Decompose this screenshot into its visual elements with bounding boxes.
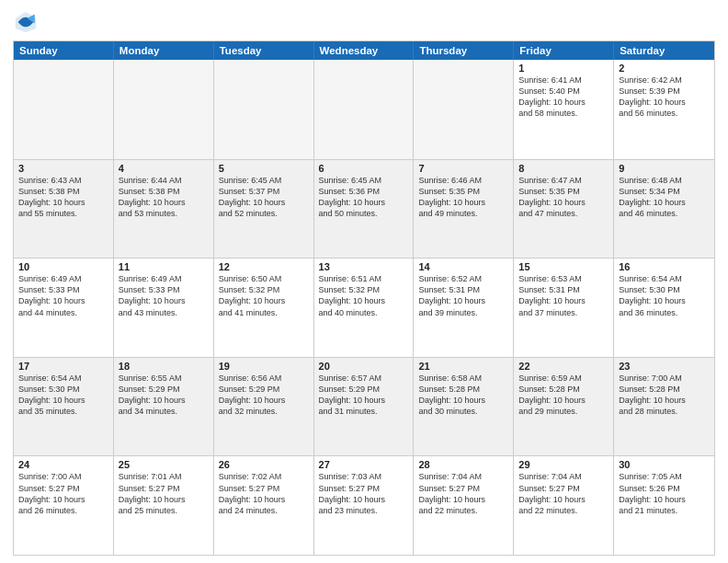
calendar-cell	[114, 60, 214, 159]
calendar-cell: 28Sunrise: 7:04 AM Sunset: 5:27 PM Dayli…	[414, 456, 514, 555]
day-number: 10	[18, 261, 108, 272]
calendar-cell: 19Sunrise: 6:56 AM Sunset: 5:29 PM Dayli…	[214, 358, 314, 456]
calendar-cell: 16Sunrise: 6:54 AM Sunset: 5:30 PM Dayli…	[614, 259, 714, 357]
day-detail: Sunrise: 7:00 AM Sunset: 5:27 PM Dayligh…	[18, 471, 108, 516]
day-detail: Sunrise: 6:53 AM Sunset: 5:31 PM Dayligh…	[518, 273, 609, 318]
day-number: 29	[518, 459, 609, 470]
header	[13, 9, 715, 35]
day-detail: Sunrise: 6:52 AM Sunset: 5:31 PM Dayligh…	[418, 273, 508, 318]
calendar-cell: 30Sunrise: 7:05 AM Sunset: 5:26 PM Dayli…	[614, 456, 714, 555]
day-number: 18	[119, 361, 209, 372]
day-number: 30	[619, 459, 710, 470]
calendar-row-0: 1Sunrise: 6:41 AM Sunset: 5:40 PM Daylig…	[14, 60, 714, 159]
day-detail: Sunrise: 6:48 AM Sunset: 5:34 PM Dayligh…	[619, 175, 710, 220]
day-detail: Sunrise: 7:04 AM Sunset: 5:27 PM Dayligh…	[418, 471, 508, 516]
day-detail: Sunrise: 6:59 AM Sunset: 5:28 PM Dayligh…	[518, 373, 609, 418]
day-detail: Sunrise: 7:04 AM Sunset: 5:27 PM Dayligh…	[518, 471, 609, 516]
day-number: 1	[518, 63, 609, 74]
day-detail: Sunrise: 6:41 AM Sunset: 5:40 PM Dayligh…	[518, 75, 609, 120]
day-number: 26	[219, 459, 309, 470]
calendar-row-3: 17Sunrise: 6:54 AM Sunset: 5:30 PM Dayli…	[14, 357, 714, 456]
calendar-cell: 26Sunrise: 7:02 AM Sunset: 5:27 PM Dayli…	[214, 456, 314, 555]
day-detail: Sunrise: 6:58 AM Sunset: 5:28 PM Dayligh…	[418, 373, 508, 418]
calendar-cell: 9Sunrise: 6:48 AM Sunset: 5:34 PM Daylig…	[614, 160, 714, 259]
day-number: 4	[119, 163, 209, 174]
day-number: 9	[619, 163, 710, 174]
day-number: 22	[518, 361, 609, 372]
day-number: 2	[619, 63, 710, 74]
weekday-header-friday: Friday	[514, 41, 614, 60]
day-number: 8	[518, 163, 609, 174]
calendar-row-1: 3Sunrise: 6:43 AM Sunset: 5:38 PM Daylig…	[14, 159, 714, 259]
calendar-cell: 10Sunrise: 6:49 AM Sunset: 5:33 PM Dayli…	[14, 259, 114, 357]
generalblue-logo-icon	[13, 9, 39, 35]
calendar-cell: 4Sunrise: 6:44 AM Sunset: 5:38 PM Daylig…	[114, 160, 214, 259]
day-detail: Sunrise: 6:54 AM Sunset: 5:30 PM Dayligh…	[619, 273, 710, 318]
weekday-header-wednesday: Wednesday	[314, 41, 415, 60]
day-number: 23	[619, 361, 710, 372]
day-number: 5	[219, 163, 309, 174]
day-number: 19	[219, 361, 309, 372]
day-number: 21	[418, 361, 508, 372]
day-number: 28	[418, 459, 508, 470]
calendar-cell: 1Sunrise: 6:41 AM Sunset: 5:40 PM Daylig…	[514, 60, 614, 159]
day-detail: Sunrise: 6:50 AM Sunset: 5:32 PM Dayligh…	[219, 273, 309, 318]
day-detail: Sunrise: 6:44 AM Sunset: 5:38 PM Dayligh…	[119, 175, 209, 220]
calendar-cell	[314, 60, 415, 159]
calendar-cell: 7Sunrise: 6:46 AM Sunset: 5:35 PM Daylig…	[414, 160, 514, 259]
calendar-row-2: 10Sunrise: 6:49 AM Sunset: 5:33 PM Dayli…	[14, 258, 714, 357]
calendar-cell: 24Sunrise: 7:00 AM Sunset: 5:27 PM Dayli…	[14, 456, 114, 555]
calendar-cell: 12Sunrise: 6:50 AM Sunset: 5:32 PM Dayli…	[214, 259, 314, 357]
calendar-cell	[214, 60, 314, 159]
day-number: 25	[119, 459, 209, 470]
day-detail: Sunrise: 7:03 AM Sunset: 5:27 PM Dayligh…	[319, 471, 409, 516]
day-detail: Sunrise: 6:42 AM Sunset: 5:39 PM Dayligh…	[619, 75, 710, 120]
day-detail: Sunrise: 6:49 AM Sunset: 5:33 PM Dayligh…	[18, 273, 108, 318]
day-number: 27	[319, 459, 409, 470]
calendar-cell: 8Sunrise: 6:47 AM Sunset: 5:35 PM Daylig…	[514, 160, 614, 259]
day-detail: Sunrise: 6:43 AM Sunset: 5:38 PM Dayligh…	[18, 175, 108, 220]
calendar: SundayMondayTuesdayWednesdayThursdayFrid…	[13, 40, 715, 556]
weekday-header-sunday: Sunday	[14, 41, 114, 60]
day-detail: Sunrise: 7:05 AM Sunset: 5:26 PM Dayligh…	[619, 471, 710, 516]
weekday-header-saturday: Saturday	[614, 41, 714, 60]
day-number: 12	[219, 261, 309, 272]
calendar-cell: 18Sunrise: 6:55 AM Sunset: 5:29 PM Dayli…	[114, 358, 214, 456]
calendar-cell: 14Sunrise: 6:52 AM Sunset: 5:31 PM Dayli…	[414, 259, 514, 357]
calendar-cell: 6Sunrise: 6:45 AM Sunset: 5:36 PM Daylig…	[314, 160, 415, 259]
day-number: 17	[18, 361, 108, 372]
calendar-cell: 5Sunrise: 6:45 AM Sunset: 5:37 PM Daylig…	[214, 160, 314, 259]
calendar-cell	[14, 60, 114, 159]
page: SundayMondayTuesdayWednesdayThursdayFrid…	[0, 0, 728, 563]
day-detail: Sunrise: 6:45 AM Sunset: 5:36 PM Dayligh…	[319, 175, 409, 220]
day-number: 7	[418, 163, 508, 174]
calendar-body: 1Sunrise: 6:41 AM Sunset: 5:40 PM Daylig…	[14, 60, 714, 555]
calendar-cell: 15Sunrise: 6:53 AM Sunset: 5:31 PM Dayli…	[514, 259, 614, 357]
calendar-cell: 23Sunrise: 7:00 AM Sunset: 5:28 PM Dayli…	[614, 358, 714, 456]
calendar-cell: 27Sunrise: 7:03 AM Sunset: 5:27 PM Dayli…	[314, 456, 415, 555]
weekday-header-monday: Monday	[114, 41, 214, 60]
day-number: 14	[418, 261, 508, 272]
day-detail: Sunrise: 7:01 AM Sunset: 5:27 PM Dayligh…	[119, 471, 209, 516]
calendar-cell: 3Sunrise: 6:43 AM Sunset: 5:38 PM Daylig…	[14, 160, 114, 259]
day-number: 13	[319, 261, 409, 272]
day-number: 6	[319, 163, 409, 174]
logo	[13, 9, 42, 35]
calendar-cell: 17Sunrise: 6:54 AM Sunset: 5:30 PM Dayli…	[14, 358, 114, 456]
calendar-cell: 22Sunrise: 6:59 AM Sunset: 5:28 PM Dayli…	[514, 358, 614, 456]
day-number: 15	[518, 261, 609, 272]
calendar-cell: 29Sunrise: 7:04 AM Sunset: 5:27 PM Dayli…	[514, 456, 614, 555]
calendar-cell: 13Sunrise: 6:51 AM Sunset: 5:32 PM Dayli…	[314, 259, 415, 357]
day-number: 20	[319, 361, 409, 372]
day-detail: Sunrise: 7:02 AM Sunset: 5:27 PM Dayligh…	[219, 471, 309, 516]
calendar-cell: 11Sunrise: 6:49 AM Sunset: 5:33 PM Dayli…	[114, 259, 214, 357]
day-detail: Sunrise: 6:49 AM Sunset: 5:33 PM Dayligh…	[119, 273, 209, 318]
day-detail: Sunrise: 6:55 AM Sunset: 5:29 PM Dayligh…	[119, 373, 209, 418]
day-detail: Sunrise: 6:46 AM Sunset: 5:35 PM Dayligh…	[418, 175, 508, 220]
day-detail: Sunrise: 6:45 AM Sunset: 5:37 PM Dayligh…	[219, 175, 309, 220]
day-detail: Sunrise: 7:00 AM Sunset: 5:28 PM Dayligh…	[619, 373, 710, 418]
calendar-cell	[414, 60, 514, 159]
calendar-cell: 20Sunrise: 6:57 AM Sunset: 5:29 PM Dayli…	[314, 358, 415, 456]
day-number: 11	[119, 261, 209, 272]
calendar-row-4: 24Sunrise: 7:00 AM Sunset: 5:27 PM Dayli…	[14, 455, 714, 555]
